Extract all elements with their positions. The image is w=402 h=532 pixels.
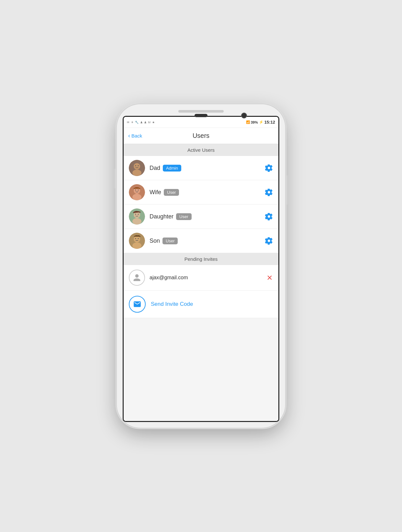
settings-icon-daughter[interactable] (265, 212, 273, 221)
status-bar-right: 📶 39% ⚡ 15:12 (246, 120, 275, 125)
svg-point-1 (134, 163, 140, 170)
status-bar-left: ✉ ✈ 🔧 ♟ ♟ M ★ (127, 121, 155, 124)
back-chevron-icon: ‹ (128, 132, 130, 139)
son-avatar-svg (129, 233, 145, 249)
bottom-area (124, 318, 278, 421)
active-users-header: Active Users (124, 144, 278, 156)
notification-icons: ✉ ✈ 🔧 ♟ ♟ M ★ (127, 121, 155, 124)
svg-point-12 (132, 218, 141, 225)
user-info-daughter: Daughter User (150, 213, 265, 220)
phone-camera (241, 113, 247, 118)
send-invite-row[interactable]: Send Invite Code (124, 291, 278, 318)
user-name-son: Son (150, 238, 160, 244)
phone-screen: ✉ ✈ 🔧 ♟ ♟ M ★ 📶 39% ⚡ 15:12 ‹ Back Users… (123, 116, 279, 422)
user-info-dad: Dad Admin (150, 165, 265, 172)
settings-icon-dad[interactable] (265, 164, 273, 172)
role-badge-dad: Admin (163, 165, 181, 172)
mail-circle (129, 296, 146, 313)
user-row-wife: Wife User (124, 180, 278, 205)
svg-point-7 (132, 194, 141, 200)
settings-icon-wife[interactable] (265, 188, 273, 196)
svg-point-3 (135, 165, 136, 166)
page-title: Users (193, 132, 209, 139)
nav-bar: ‹ Back Users (124, 128, 278, 144)
invite-avatar (129, 270, 145, 286)
back-label: Back (131, 133, 142, 139)
mail-icon (133, 300, 141, 308)
avatar-image-dad (129, 160, 145, 176)
role-badge-wife: User (164, 189, 179, 196)
svg-point-8 (135, 190, 136, 191)
svg-point-4 (138, 165, 139, 166)
user-name-wife: Wife (150, 189, 161, 196)
invite-row-ajax: ajax@gmail.com (124, 265, 278, 291)
user-row-daughter: Daughter User (124, 205, 278, 229)
status-time: 15:12 (264, 120, 275, 125)
signal-icon: 📶 (246, 120, 250, 124)
pending-invites-header: Pending Invites (124, 253, 278, 265)
role-badge-daughter: User (176, 213, 191, 220)
invite-email: ajax@gmail.com (150, 275, 266, 281)
svg-point-18 (135, 238, 136, 239)
svg-point-19 (138, 238, 139, 239)
svg-point-2 (132, 170, 141, 176)
user-info-son: Son User (150, 238, 265, 244)
daughter-avatar-svg (129, 208, 145, 225)
avatar-daughter (129, 208, 145, 225)
svg-point-17 (132, 242, 141, 249)
person-icon (133, 273, 141, 282)
battery-icon: ⚡ (259, 120, 263, 124)
phone-sensor (195, 114, 207, 117)
avatar-son (129, 233, 145, 249)
back-button[interactable]: ‹ Back (128, 132, 142, 139)
phone-frame: ✉ ✈ 🔧 ♟ ♟ M ★ 📶 39% ⚡ 15:12 ‹ Back Users… (117, 104, 285, 428)
dad-avatar-svg (129, 160, 145, 176)
wife-avatar-svg (129, 184, 145, 200)
settings-icon-son[interactable] (265, 237, 273, 245)
svg-point-9 (138, 190, 139, 191)
user-row-dad: Dad Admin (124, 156, 278, 180)
send-invite-label: Send Invite Code (151, 301, 193, 307)
status-bar: ✉ ✈ 🔧 ♟ ♟ M ★ 📶 39% ⚡ 15:12 (124, 117, 278, 128)
user-info-wife: Wife User (150, 189, 265, 196)
avatar-image-daughter (129, 208, 145, 225)
avatar-image-son (129, 233, 145, 249)
avatar-image-wife (129, 184, 145, 200)
delete-invite-icon[interactable] (266, 274, 273, 281)
svg-point-13 (135, 214, 136, 215)
user-name-dad: Dad (150, 165, 160, 172)
avatar-dad (129, 160, 145, 176)
svg-point-14 (138, 214, 139, 215)
user-row-son: Son User (124, 229, 278, 253)
battery-level: 39% (251, 120, 258, 124)
role-badge-son: User (162, 238, 178, 244)
svg-point-16 (134, 236, 140, 242)
user-name-daughter: Daughter (150, 213, 173, 220)
avatar-wife (129, 184, 145, 200)
phone-speaker (178, 110, 224, 113)
